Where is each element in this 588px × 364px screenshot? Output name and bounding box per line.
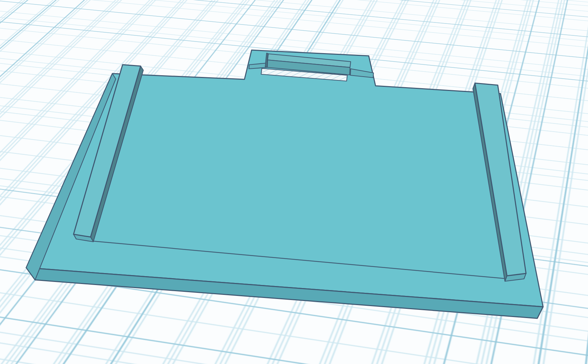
cad-viewport[interactable] <box>0 0 588 364</box>
model-3d-canvas <box>0 0 588 364</box>
model-base-plate[interactable] <box>26 50 543 318</box>
